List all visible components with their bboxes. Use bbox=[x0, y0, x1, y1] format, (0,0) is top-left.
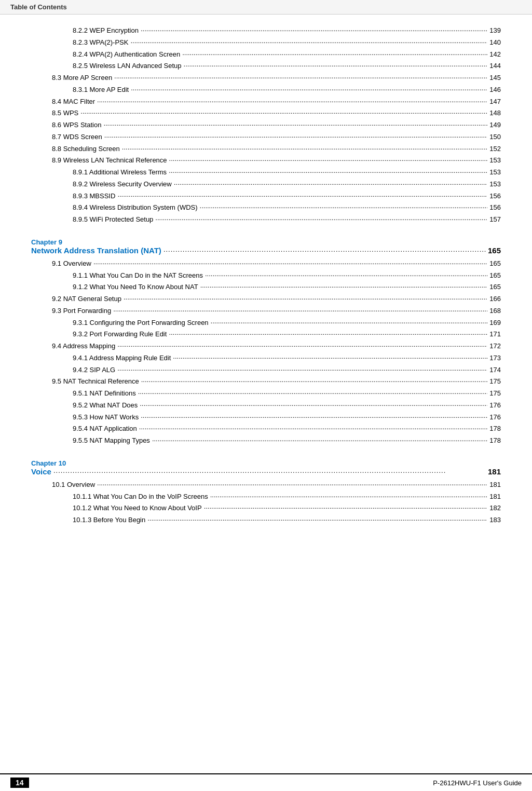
entry-page: 176 bbox=[489, 412, 501, 424]
header-title: Table of Contents bbox=[10, 3, 67, 11]
entry-page: 156 bbox=[489, 202, 501, 214]
entry-title: 9.1 Overview bbox=[52, 258, 91, 270]
entry-page: 153 bbox=[489, 179, 501, 190]
page-header: Table of Contents bbox=[0, 0, 532, 15]
toc-entry: 9.5.5 NAT Mapping Types 178 bbox=[31, 435, 501, 447]
chapter-10-title: Voice bbox=[31, 467, 51, 476]
entry-dots bbox=[97, 478, 487, 489]
entry-title: 10.1 Overview bbox=[52, 479, 95, 491]
entry-page: 165 bbox=[489, 270, 501, 282]
section-8: 8.2.2 WEP Encryption 139 8.2.3 WPA(2)-PS… bbox=[31, 25, 501, 226]
entry-dots bbox=[124, 292, 487, 304]
entry-dots bbox=[117, 189, 487, 201]
entry-page: 145 bbox=[489, 72, 501, 84]
entry-page: 172 bbox=[489, 340, 501, 352]
entry-dots bbox=[182, 47, 487, 59]
entry-page: 182 bbox=[489, 502, 501, 514]
chapter-9-title-line: Network Address Translation (NAT) 165 bbox=[31, 246, 501, 255]
entry-title: 8.9.3 MBSSID bbox=[73, 190, 115, 202]
chapter-10-label: Chapter 10 bbox=[31, 459, 501, 467]
entry-page: 178 bbox=[489, 423, 501, 435]
entry-title: 10.1.1 What You Can Do in the VoIP Scree… bbox=[73, 491, 208, 503]
toc-content: 8.2.2 WEP Encryption 139 8.2.3 WPA(2)-PS… bbox=[0, 15, 532, 568]
entry-page: 181 bbox=[489, 491, 501, 503]
entry-dots bbox=[103, 118, 487, 130]
entry-dots bbox=[80, 106, 487, 118]
toc-entry: 10.1.3 Before You Begin 183 bbox=[31, 514, 501, 526]
entry-dots bbox=[174, 177, 488, 189]
footer-page-number: 14 bbox=[10, 778, 29, 788]
entry-page: 146 bbox=[489, 84, 501, 96]
entry-page: 153 bbox=[489, 155, 501, 167]
entry-dots bbox=[141, 374, 488, 386]
entry-dots bbox=[169, 165, 487, 177]
entry-page: 149 bbox=[489, 119, 501, 131]
entry-title: 9.5.2 What NAT Does bbox=[73, 400, 138, 412]
entry-dots bbox=[141, 410, 487, 422]
entry-dots bbox=[169, 327, 487, 339]
entry-dots bbox=[113, 304, 487, 316]
entry-title: 9.4.2 SIP ALG bbox=[73, 364, 115, 376]
entry-title: 9.5.5 NAT Mapping Types bbox=[73, 435, 150, 447]
entry-page: 157 bbox=[489, 214, 501, 226]
page-footer: 14 P-2612HWU-F1 User's Guide bbox=[0, 773, 532, 791]
entry-dots bbox=[155, 212, 487, 224]
entry-dots bbox=[130, 35, 487, 47]
entry-dots bbox=[210, 489, 488, 501]
entry-title: 8.6 WPS Station bbox=[52, 119, 101, 131]
chapter-9-entries: 9.1 Overview 165 9.1.1 What You Can Do i… bbox=[31, 258, 501, 447]
entry-page: 166 bbox=[489, 293, 501, 305]
entry-dots bbox=[169, 153, 488, 165]
footer-guide-text: P-2612HWU-F1 User's Guide bbox=[433, 779, 522, 787]
entry-title: 8.5 WPS bbox=[52, 107, 78, 119]
entry-dots bbox=[117, 363, 487, 375]
entry-page: 150 bbox=[489, 131, 501, 143]
chapter-9-label: Chapter 9 bbox=[31, 238, 501, 246]
entry-dots bbox=[131, 83, 487, 94]
entry-dots bbox=[122, 142, 487, 154]
entry-title: 8.9 Wireless LAN Technical Reference bbox=[52, 155, 167, 167]
entry-page: 171 bbox=[489, 329, 501, 340]
entry-page: 139 bbox=[489, 25, 501, 37]
entry-page: 181 bbox=[489, 479, 501, 491]
chapter-10-title-line: Voice 181 bbox=[31, 467, 501, 476]
chapter-10-dots bbox=[53, 467, 486, 474]
entry-page: 183 bbox=[489, 514, 501, 526]
entry-page: 142 bbox=[489, 49, 501, 61]
entry-title: 8.7 WDS Screen bbox=[52, 131, 102, 143]
entry-page: 173 bbox=[489, 352, 501, 364]
entry-page: 144 bbox=[489, 60, 501, 72]
entry-dots bbox=[97, 94, 487, 106]
chapter-10-page: 181 bbox=[488, 467, 501, 476]
entry-page: 165 bbox=[489, 281, 501, 293]
chapter-9-dots bbox=[163, 246, 486, 253]
entry-dots bbox=[205, 268, 487, 280]
entry-page: 178 bbox=[489, 435, 501, 447]
entry-page: 175 bbox=[489, 388, 501, 400]
entry-dots bbox=[200, 280, 488, 292]
entry-page: 169 bbox=[489, 317, 501, 329]
chapter-9-heading: Chapter 9 Network Address Translation (N… bbox=[31, 238, 501, 255]
entry-dots bbox=[173, 351, 487, 363]
entry-dots bbox=[200, 200, 488, 212]
entry-title: 8.2.3 WPA(2)-PSK bbox=[73, 37, 128, 49]
entry-title: 9.5.4 NAT Application bbox=[73, 423, 137, 435]
entry-page: 140 bbox=[489, 37, 501, 49]
entry-title: 8.2.4 WPA(2) Authentication Screen bbox=[73, 49, 180, 61]
chapter-9-title: Network Address Translation (NAT) bbox=[31, 246, 161, 255]
entry-dots bbox=[211, 316, 488, 328]
entry-dots bbox=[204, 501, 488, 513]
entry-dots bbox=[184, 59, 488, 71]
entry-title: 8.9.1 Additional Wireless Terms bbox=[73, 167, 167, 179]
entry-title: 9.3 Port Forwarding bbox=[52, 305, 111, 317]
entry-title: 9.4 Address Mapping bbox=[52, 340, 115, 352]
entry-dots bbox=[147, 513, 487, 525]
entry-page: 147 bbox=[489, 96, 501, 108]
entry-title: 9.5 NAT Technical Reference bbox=[52, 376, 139, 388]
entry-dots bbox=[152, 433, 487, 445]
entry-page: 168 bbox=[489, 305, 501, 317]
entry-title: 8.9.5 WiFi Protected Setup bbox=[73, 214, 153, 226]
chapter-10-entries: 10.1 Overview 181 10.1.1 What You Can Do… bbox=[31, 479, 501, 526]
entry-title: 9.5.3 How NAT Works bbox=[73, 412, 139, 424]
toc-entry: 8.9.5 WiFi Protected Setup 157 bbox=[31, 214, 501, 226]
